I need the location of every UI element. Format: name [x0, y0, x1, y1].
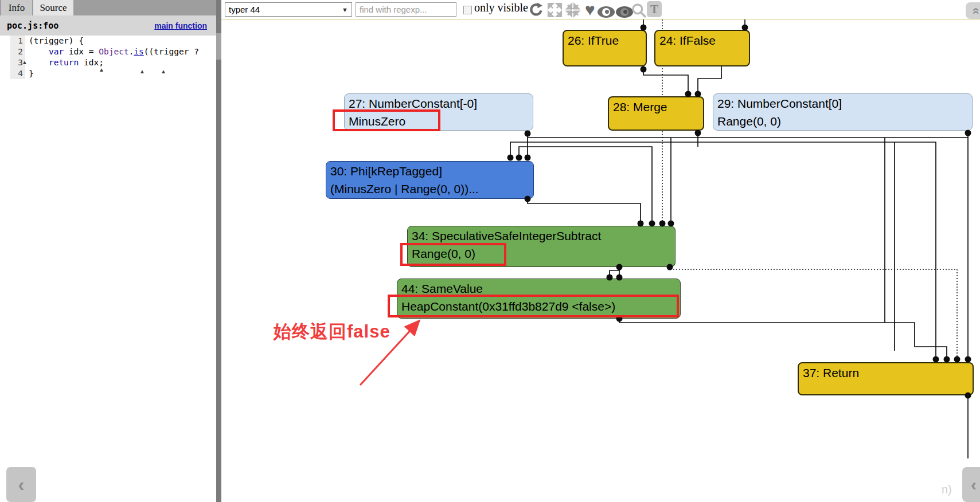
corner-hint-text: n): [942, 483, 952, 496]
search-input[interactable]: [356, 2, 456, 17]
line-number[interactable]: 4: [10, 68, 25, 79]
panel-divider[interactable]: [216, 0, 221, 502]
graph-node-28-merge[interactable]: 28: Merge: [608, 96, 704, 131]
relayout-icon[interactable]: [528, 1, 545, 18]
divider-thumb[interactable]: [216, 33, 221, 60]
graph-node-24-iffalse[interactable]: 24: IfFalse: [654, 30, 750, 66]
toolbar-separator: [221, 19, 980, 20]
phase-select-value: typer 44: [229, 5, 260, 14]
code-line[interactable]: 2 var idx = Object.is((trigger ?: [0, 46, 216, 57]
line-number[interactable]: 1: [10, 36, 25, 46]
source-position-marker[interactable]: ▲: [139, 68, 145, 74]
code-line[interactable]: 4}: [0, 68, 216, 79]
tab-info[interactable]: Info: [1, 0, 32, 15]
effect-edges: [662, 19, 957, 359]
heart-icon[interactable]: ♥: [581, 1, 599, 18]
graph-node-37-return[interactable]: 37: Return: [798, 362, 974, 395]
highlight-box-range00: [400, 243, 506, 266]
magnifier-icon[interactable]: [630, 1, 647, 18]
highlight-box-heapconstant-false: [388, 295, 679, 317]
only-visible-label: only visible: [474, 1, 528, 14]
toggle-types-button[interactable]: T: [647, 1, 662, 17]
collapse-left-panel-button[interactable]: ‹: [6, 467, 36, 502]
source-position-marker[interactable]: ▲: [99, 66, 104, 73]
left-panel-tabbar: Info Source: [0, 0, 216, 15]
chevron-left-icon: ‹: [971, 475, 977, 495]
only-visible-checkbox[interactable]: [463, 6, 472, 14]
expand-layout-icon[interactable]: [546, 1, 563, 18]
zoom-to-selection-icon[interactable]: C: [564, 1, 581, 18]
annotation-text: 始终返回false: [274, 320, 391, 344]
double-chevron-icon: »: [968, 7, 980, 14]
show-right-panel-button[interactable]: »: [966, 2, 980, 19]
code-line[interactable]: 1(trigger) {: [0, 36, 216, 46]
source-header: poc.js:foo main function: [0, 15, 216, 36]
source-code-view[interactable]: 1(trigger) {2 var idx = Object.is((trigg…: [0, 36, 216, 79]
source-position-marker[interactable]: ▲: [22, 59, 28, 65]
graph-toolbar: typer 44 ▼ only visible C ♥: [221, 0, 980, 19]
source-position-marker[interactable]: ▲: [161, 68, 166, 74]
source-function-label: main function: [154, 21, 207, 30]
chevron-down-icon: ▼: [342, 6, 348, 13]
highlight-box-minuszero: [333, 109, 440, 131]
code-line[interactable]: 3 return idx;: [0, 57, 216, 68]
line-number[interactable]: 2: [10, 46, 25, 57]
eye-icon[interactable]: [598, 3, 615, 21]
graph-node-26-iftrue[interactable]: 26: IfTrue: [563, 30, 647, 66]
svg-text:C: C: [571, 7, 575, 14]
graph-node-29-numberconstant[interactable]: 29: NumberConstant[0] Range(0, 0): [713, 93, 973, 131]
source-file-name: poc.js:foo: [7, 21, 58, 31]
graph-node-30-phi[interactable]: 30: Phi[kRepTagged] (MinusZero | Range(0…: [326, 161, 534, 199]
collapse-right-panel-button[interactable]: ‹: [962, 467, 980, 502]
phase-select[interactable]: typer 44 ▼: [225, 2, 352, 17]
tab-source[interactable]: Source: [33, 0, 73, 15]
chevron-left-icon: ‹: [18, 473, 24, 496]
